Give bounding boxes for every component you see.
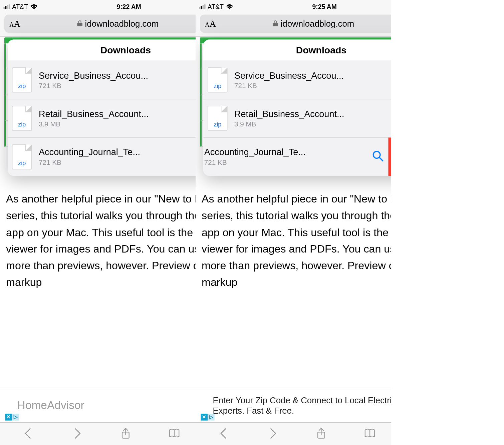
download-size: 721 KB (39, 159, 196, 166)
carrier-label: AT&T (208, 3, 224, 10)
download-item[interactable]: zip Service_Business_Accou... 721 KB (8, 61, 196, 99)
downloads-popover: Downloads Clear zip Service_Business_Acc… (203, 40, 391, 176)
lock-icon (272, 19, 278, 29)
download-filename: Accounting_Journal_Te... (204, 147, 325, 157)
popover-title: Downloads (296, 44, 346, 56)
ad-text: Enter Your Zip Code & Connect to Local E… (201, 395, 391, 416)
download-size: 3.9 MB (39, 120, 196, 128)
popover-title: Downloads (100, 44, 151, 56)
url-text: idownloadblog.com (281, 19, 354, 29)
download-item[interactable]: zip Service_Business_Accou... 721 KB (203, 61, 391, 99)
download-item[interactable]: Accounting_Journal_Te... 721 KB Delete (203, 137, 391, 176)
delete-button[interactable]: Delete (388, 137, 391, 176)
download-filename: Retail_Business_Account... (234, 108, 372, 119)
download-filename: Accounting_Journal_Te... (39, 147, 176, 157)
address-bar[interactable]: AA idownloadblog.com (4, 15, 196, 33)
download-item[interactable]: zip Retail_Business_Account... 3.9 MB (8, 99, 196, 138)
bottom-toolbar (0, 422, 196, 445)
file-type-icon: zip (12, 67, 32, 92)
bookmarks-button[interactable] (364, 427, 376, 441)
download-filename: Retail_Business_Account... (39, 108, 176, 119)
download-item[interactable]: zip Accounting_Journal_Te... 721 KB (8, 137, 196, 176)
signal-bars-icon (199, 4, 205, 9)
ad-banner[interactable]: HomeAdvisor ✕ ✕▷ (0, 388, 196, 422)
status-bar: AT&T 9:22 AM 93% (0, 0, 196, 12)
address-bar[interactable]: AA idownloadblog.com (200, 15, 391, 33)
download-filename: Service_Business_Accou... (39, 70, 176, 81)
share-button[interactable] (315, 427, 327, 441)
back-button[interactable] (23, 427, 35, 441)
file-type-icon: zip (12, 106, 32, 131)
file-type-icon: zip (12, 144, 32, 169)
forward-button[interactable] (267, 427, 279, 441)
lock-icon (77, 19, 82, 29)
status-bar: AT&T 9:25 AM 92% (196, 0, 391, 12)
bookmarks-button[interactable] (168, 427, 180, 441)
ad-text: HomeAdvisor (5, 399, 196, 412)
download-filename: Service_Business_Accou... (234, 70, 372, 81)
text-size-button[interactable]: AA (205, 18, 216, 29)
downloads-list: zip Service_Business_Accou... 721 KB zip… (8, 61, 196, 176)
article-text: As another helpful piece in our "New to … (196, 184, 391, 291)
adchoices-icon[interactable]: ✕▷ (5, 414, 19, 421)
download-size: 721 KB (204, 159, 391, 166)
reveal-in-files-button[interactable] (372, 150, 384, 163)
back-button[interactable] (218, 427, 230, 441)
wifi-icon (30, 4, 38, 10)
address-bar-row: AA idownloadblog.com (0, 12, 196, 36)
text-size-button[interactable]: AA (9, 18, 20, 29)
file-type-icon: zip (208, 67, 227, 92)
article-text: As another helpful piece in our "New to … (0, 184, 196, 291)
share-button[interactable] (119, 427, 132, 441)
wifi-icon (226, 4, 234, 10)
download-size: 3.9 MB (234, 120, 391, 128)
download-size: 721 KB (39, 82, 196, 90)
carrier-label: AT&T (12, 3, 28, 10)
file-type-icon: zip (208, 106, 227, 131)
bottom-toolbar (196, 422, 391, 445)
adchoices-icon[interactable]: ✕▷ (201, 414, 214, 421)
forward-button[interactable] (71, 427, 83, 441)
downloads-list: zip Service_Business_Accou... 721 KB zip… (203, 61, 391, 176)
address-bar-row: AA idownloadblog.com (196, 12, 391, 36)
clock: 9:25 AM (312, 3, 336, 10)
url-text: idownloadblog.com (85, 19, 159, 29)
signal-bars-icon (3, 4, 10, 9)
downloads-popover: Downloads Clear zip Service_Business_Acc… (8, 40, 196, 176)
download-size: 721 KB (234, 82, 391, 90)
ad-banner[interactable]: Enter Your Zip Code & Connect to Local E… (196, 388, 391, 422)
download-item[interactable]: zip Retail_Business_Account... 3.9 MB (203, 99, 391, 138)
clock: 9:22 AM (116, 3, 141, 10)
